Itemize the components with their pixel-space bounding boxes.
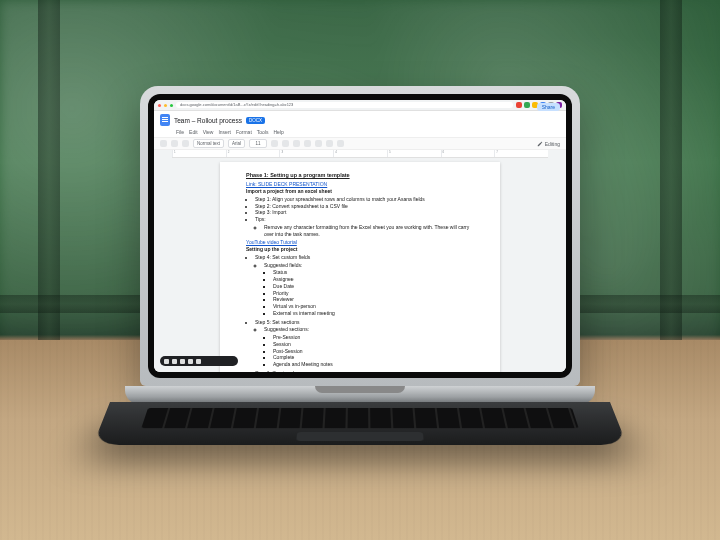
formatting-toolbar[interactable]: Normal text Arial 11 Editing <box>154 137 566 150</box>
horizontal-ruler: 1234567 <box>172 150 548 158</box>
document-canvas[interactable]: 1234567 Phase 1: Setting up a program te… <box>154 150 566 372</box>
list-item: Step 5: Set sections Suggested sections:… <box>255 319 474 368</box>
laptop-keyboard <box>93 402 627 445</box>
highlight-icon[interactable] <box>315 140 322 147</box>
list-item: Step 6: Create rules Suggested rules: Up… <box>255 370 474 372</box>
menu-view[interactable]: View <box>203 129 214 135</box>
list-item: Virtual vs in-person <box>273 303 474 310</box>
volume-icon[interactable] <box>188 359 193 364</box>
trackpad <box>296 432 423 441</box>
section-heading: Import a project from an excel sheet <box>246 188 474 195</box>
laptop-screen: docs.google.com/document/d/1aB...xYz/edi… <box>154 100 566 372</box>
menu-help[interactable]: Help <box>273 129 283 135</box>
list-item: Suggested fields: Status Assignee Due Da… <box>264 262 474 317</box>
menu-edit[interactable]: Edit <box>189 129 198 135</box>
text-color-icon[interactable] <box>304 140 311 147</box>
italic-icon[interactable] <box>282 140 289 147</box>
phase-heading: Phase 1: Setting up a program template <box>246 172 474 179</box>
align-icon[interactable] <box>326 140 333 147</box>
font-select[interactable]: Arial <box>228 139 245 148</box>
docs-logo-icon <box>160 114 170 126</box>
document-title[interactable]: Team – Rollout process <box>174 117 242 124</box>
list-item: Tips: Remove any character formatting fr… <box>255 216 474 237</box>
list-item: Post-Session <box>273 348 474 355</box>
share-button[interactable]: Share <box>537 103 560 111</box>
laptop: docs.google.com/document/d/1aB...xYz/edi… <box>140 86 580 472</box>
list-item: Step 1: Align your spreadsheet rows and … <box>255 196 474 203</box>
menu-insert[interactable]: Insert <box>218 129 231 135</box>
list-item: Remove any character formatting from the… <box>264 224 474 238</box>
pencil-icon <box>537 141 543 147</box>
menu-file[interactable]: File <box>176 129 184 135</box>
bullets-icon[interactable] <box>337 140 344 147</box>
media-controls[interactable] <box>160 356 238 366</box>
expand-icon[interactable] <box>196 359 201 364</box>
next-icon[interactable] <box>180 359 185 364</box>
section-heading: Setting up the project <box>246 246 474 253</box>
list-item: Session <box>273 341 474 348</box>
browser-address-bar[interactable]: docs.google.com/document/d/1aB...xYz/edi… <box>154 100 566 111</box>
font-size-select[interactable]: 11 <box>249 139 267 148</box>
list-item: Suggested sections: Pre-Session Session … <box>264 326 474 368</box>
list-item: Status <box>273 269 474 276</box>
undo-icon[interactable] <box>160 140 167 147</box>
redo-icon[interactable] <box>171 140 178 147</box>
menu-bar[interactable]: File Edit View Insert Format Tools Help <box>154 129 566 137</box>
list-item: Due Date <box>273 283 474 290</box>
menu-format[interactable]: Format <box>236 129 252 135</box>
document-page[interactable]: Phase 1: Setting up a program template L… <box>220 162 500 372</box>
url-field[interactable]: docs.google.com/document/d/1aB...xYz/edi… <box>176 102 513 108</box>
list-item: Agenda and Meeting notes <box>273 361 474 368</box>
bold-icon[interactable] <box>271 140 278 147</box>
list-item: External vs internal meeting <box>273 310 474 317</box>
list-item: Complete <box>273 354 474 361</box>
editing-mode[interactable]: Editing <box>537 141 560 147</box>
print-icon[interactable] <box>182 140 189 147</box>
prev-icon[interactable] <box>164 359 169 364</box>
youtube-link[interactable]: YouTube video Tutorial <box>246 239 297 245</box>
menu-tools[interactable]: Tools <box>257 129 269 135</box>
list-item: Step 3: Import <box>255 209 474 216</box>
list-item: Assignee <box>273 276 474 283</box>
list-item: Pre-Session <box>273 334 474 341</box>
list-item: Step 4: Set custom fields Suggested fiel… <box>255 254 474 317</box>
paragraph-style-select[interactable]: Normal text <box>193 139 224 148</box>
underline-icon[interactable] <box>293 140 300 147</box>
file-format-badge: DOCX <box>246 117 265 124</box>
slide-deck-link[interactable]: Link: SLIDE DECK PRESENTATION <box>246 181 327 187</box>
list-item: Step 2: Convert spreadsheet to a CSV fil… <box>255 203 474 210</box>
list-item: Priority <box>273 290 474 297</box>
play-icon[interactable] <box>172 359 177 364</box>
list-item: Reviewer <box>273 296 474 303</box>
